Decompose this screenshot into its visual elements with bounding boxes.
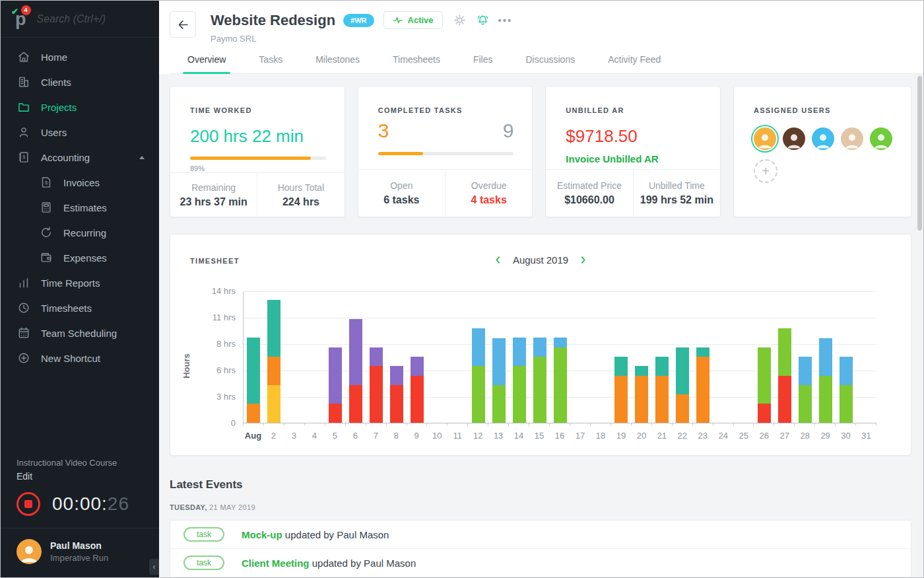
bar-aug-12[interactable] xyxy=(472,328,485,423)
tab-tasks[interactable]: Tasks xyxy=(242,54,299,73)
sidebar-search-row: p ✔ 4 xyxy=(1,1,159,38)
recurring-icon xyxy=(39,226,53,239)
event-task-link[interactable]: Client Meeting xyxy=(242,558,310,569)
event-row: taskMock-up updated by Paul Mason xyxy=(170,521,911,549)
sidebar-item-expenses[interactable]: Expenses xyxy=(1,245,159,270)
bar-segment-blue xyxy=(819,338,832,376)
timer-widget: Instructional Video Course Edit 00:00:26 xyxy=(1,458,159,528)
assigned-users-card: ASSIGNED USERS + xyxy=(733,86,911,217)
add-user-button[interactable]: + xyxy=(754,159,777,183)
tab-milestones[interactable]: Milestones xyxy=(299,54,376,73)
latest-events-title: Latest Events xyxy=(170,478,911,491)
settings-gear-icon[interactable] xyxy=(453,14,466,26)
bar-aug-28[interactable] xyxy=(799,357,812,423)
sidebar-item-clients[interactable]: Clients xyxy=(1,69,159,94)
sidebar-item-time-reports[interactable]: Time Reports xyxy=(1,270,159,295)
x-tick-label: 8 xyxy=(386,431,407,441)
bar-segment-purple xyxy=(370,347,383,367)
search-input[interactable] xyxy=(37,13,174,25)
tasks-done-count: 3 xyxy=(378,120,389,142)
bar-segment-orange xyxy=(696,357,710,423)
sidebar-item-projects[interactable]: Projects xyxy=(1,94,159,120)
bar-aug-22[interactable] xyxy=(676,347,689,423)
bar-aug-21[interactable] xyxy=(655,357,669,423)
bar-aug-27[interactable] xyxy=(778,328,791,423)
bar-aug-20[interactable] xyxy=(635,366,648,423)
event-task-link[interactable]: Mock-up xyxy=(242,529,282,540)
bar-segment-green xyxy=(472,366,485,423)
sidebar-item-timesheets[interactable]: Timesheets xyxy=(1,295,159,320)
tab-activity-feed[interactable]: Activity Feed xyxy=(591,54,677,73)
bar-aug-9[interactable] xyxy=(411,357,424,423)
next-month-icon[interactable] xyxy=(579,256,587,264)
collapse-caret-icon[interactable] xyxy=(139,156,145,159)
bar-aug-23[interactable] xyxy=(696,347,710,423)
stop-timer-button[interactable] xyxy=(16,492,40,516)
bar-aug-14[interactable] xyxy=(513,338,526,423)
tasks-progress xyxy=(378,152,514,155)
x-tick-label: 16 xyxy=(550,431,570,441)
projects-icon xyxy=(16,100,31,114)
bar-aug-2[interactable] xyxy=(267,300,280,423)
sidebar-item-estimates[interactable]: Estimates xyxy=(1,195,159,220)
assigned-user-avatar[interactable] xyxy=(783,127,805,150)
bar-aug-6[interactable] xyxy=(349,319,362,423)
card-title: UNBILLED AR xyxy=(566,106,702,114)
tab-discussions[interactable]: Discussions xyxy=(509,54,591,73)
bar-aug-30[interactable] xyxy=(840,357,853,423)
bar-aug-19[interactable] xyxy=(614,357,628,423)
status-badge[interactable]: Active xyxy=(383,11,443,29)
assigned-user-avatar[interactable] xyxy=(812,127,834,150)
back-button[interactable] xyxy=(170,11,196,38)
task-type-badge[interactable]: task xyxy=(183,527,224,542)
assigned-user-avatar[interactable] xyxy=(870,127,892,150)
bar-aug-29[interactable] xyxy=(819,338,832,423)
invoice-unbilled-link[interactable]: Invoice Unbilled AR xyxy=(566,153,702,164)
bar-aug-1[interactable] xyxy=(247,338,260,423)
bar-aug-8[interactable] xyxy=(390,366,403,423)
notifications-bell-icon[interactable] xyxy=(477,14,489,26)
sidebar-item-team-scheduling[interactable]: Team Scheduling xyxy=(1,320,159,345)
paymo-logo[interactable]: p ✔ 4 xyxy=(14,8,26,30)
x-axis-labels: Aug2345678910111213141516171819202122232… xyxy=(243,431,876,441)
current-user[interactable]: Paul Mason Imperative Run xyxy=(1,528,159,577)
x-tick-label: 21 xyxy=(651,431,672,441)
tab-timesheets[interactable]: Timesheets xyxy=(376,54,457,73)
project-code-badge[interactable]: #WR xyxy=(343,14,374,27)
bar-aug-15[interactable] xyxy=(533,338,546,423)
bar-aug-13[interactable] xyxy=(492,338,506,423)
x-tick-label: 10 xyxy=(427,431,447,441)
page-title: Website Redesign xyxy=(211,12,335,29)
sidebar-item-recurring[interactable]: Recurring xyxy=(1,220,159,245)
x-tick-label: 25 xyxy=(733,431,754,441)
bar-segment-teal xyxy=(614,357,628,376)
timer-edit-link[interactable]: Edit xyxy=(16,471,145,482)
bar-aug-26[interactable] xyxy=(758,347,771,423)
x-tick-label: 17 xyxy=(570,431,591,441)
sidebar-item-users[interactable]: Users xyxy=(1,120,159,145)
assigned-user-avatar[interactable] xyxy=(754,127,776,150)
bar-aug-16[interactable] xyxy=(554,338,567,423)
users-icon xyxy=(16,126,31,139)
sidebar-item-new-shortcut[interactable]: New Shortcut xyxy=(1,345,159,371)
x-tick-label: 5 xyxy=(325,431,345,441)
sidebar-item-accounting[interactable]: $Accounting xyxy=(1,145,159,170)
prev-month-icon[interactable] xyxy=(494,256,502,264)
sidebar-item-invoices[interactable]: $Invoices xyxy=(1,170,159,195)
tab-overview[interactable]: Overview xyxy=(171,54,242,73)
tab-files[interactable]: Files xyxy=(457,54,510,73)
x-tick-label: 28 xyxy=(795,431,815,441)
pulse-icon xyxy=(393,16,403,24)
stat-open: Open6 tasks xyxy=(358,170,445,217)
bar-segment-red xyxy=(329,404,342,423)
bar-aug-5[interactable] xyxy=(329,347,342,423)
bar-segment-yellow xyxy=(267,385,280,423)
bar-segment-teal xyxy=(635,366,648,375)
more-options-icon[interactable]: ••• xyxy=(498,15,513,26)
vertical-scrollbar[interactable] xyxy=(917,76,922,231)
assigned-user-avatar[interactable] xyxy=(841,127,863,150)
sidebar-collapse-button[interactable]: ‹ xyxy=(149,559,159,575)
sidebar-item-home[interactable]: Home xyxy=(1,44,159,69)
task-type-badge[interactable]: task xyxy=(183,556,224,570)
bar-aug-7[interactable] xyxy=(370,347,383,423)
